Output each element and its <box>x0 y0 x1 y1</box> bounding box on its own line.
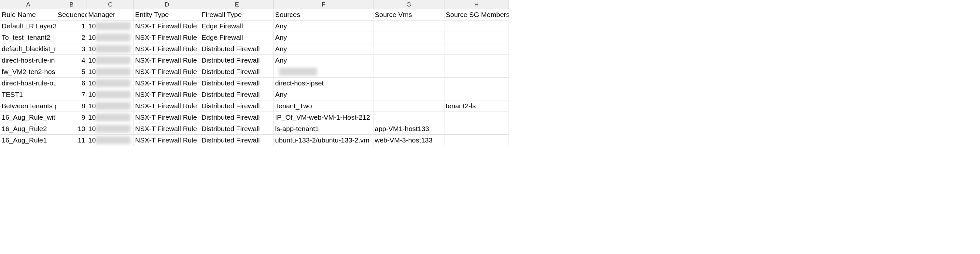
cell-manager[interactable]: 10xxxxxxxxx <box>87 101 134 112</box>
cell-firewall-type[interactable]: Distributed Firewall <box>200 43 274 55</box>
cell-manager[interactable]: 10xxxxxxxxx <box>87 21 134 32</box>
cell-firewall-type[interactable]: Distributed Firewall <box>200 66 274 78</box>
cell-sources[interactable]: ls-app-tenant1 <box>274 123 374 135</box>
cell-sources[interactable]: Any <box>274 21 374 32</box>
cell-source-sg-members[interactable] <box>444 55 509 66</box>
cell-source-sg-members[interactable] <box>444 32 509 43</box>
cell-sources[interactable]: direct-host-ipset <box>274 78 374 89</box>
cell-rule-name[interactable]: To_test_tenant2_ <box>0 32 56 43</box>
cell-entity-type[interactable]: NSX-T Firewall Rule <box>134 89 200 101</box>
cell-sequence[interactable]: 9 <box>56 112 87 123</box>
cell[interactable]: Rule Name <box>0 9 56 21</box>
cell-entity-type[interactable]: NSX-T Firewall Rule <box>134 101 200 112</box>
cell-rule-name[interactable]: direct-host-rule-ou <box>0 78 56 89</box>
col-header-C[interactable]: C <box>87 0 134 9</box>
cell-sources[interactable]: Any <box>274 43 374 55</box>
cell-firewall-type[interactable]: Edge Firewall <box>200 21 274 32</box>
cell-manager[interactable]: 10xxxxxxxxx <box>87 43 134 55</box>
cell-source-sg-members[interactable] <box>444 21 509 32</box>
cell-source-sg-members[interactable] <box>444 66 509 78</box>
cell-source-sg-members[interactable] <box>444 112 509 123</box>
spreadsheet-grid[interactable]: A B C D E F G H Rule Name Sequence Manag… <box>0 0 509 146</box>
cell-sequence[interactable]: 6 <box>56 78 87 89</box>
cell-entity-type[interactable]: NSX-T Firewall Rule <box>134 55 200 66</box>
cell-source-vms[interactable] <box>374 66 444 78</box>
col-header-G[interactable]: G <box>374 0 444 9</box>
cell-manager[interactable]: 10xxxxxxxxx <box>87 123 134 135</box>
cell-entity-type[interactable]: NSX-T Firewall Rule <box>134 43 200 55</box>
col-header-B[interactable]: B <box>56 0 87 9</box>
cell-source-vms[interactable]: app-VM1-host133 <box>374 123 444 135</box>
cell-manager[interactable]: 10xxxxxxxxx <box>87 135 134 146</box>
cell-sources[interactable]: Any <box>274 55 374 66</box>
cell-source-vms[interactable] <box>374 55 444 66</box>
cell-firewall-type[interactable]: Edge Firewall <box>200 32 274 43</box>
cell-source-sg-members[interactable] <box>444 89 509 101</box>
cell-rule-name[interactable]: 16_Aug_Rule1 <box>0 135 56 146</box>
cell-rule-name[interactable]: Default LR Layer3 <box>0 21 56 32</box>
cell-sources[interactable]: ubuntu-133-2/ubuntu-133-2.vm <box>274 135 374 146</box>
cell-sequence[interactable]: 10 <box>56 123 87 135</box>
cell-firewall-type[interactable]: Distributed Firewall <box>200 135 274 146</box>
cell-manager[interactable]: 10xxxxxxxxx <box>87 32 134 43</box>
cell-source-vms[interactable]: web-VM-3-host133 <box>374 135 444 146</box>
cell[interactable]: Firewall Type <box>200 9 274 21</box>
cell-entity-type[interactable]: NSX-T Firewall Rule <box>134 32 200 43</box>
cell-rule-name[interactable]: 16_Aug_Rule2 <box>0 123 56 135</box>
cell-source-vms[interactable] <box>374 43 444 55</box>
cell-firewall-type[interactable]: Distributed Firewall <box>200 123 274 135</box>
cell-sequence[interactable]: 8 <box>56 101 87 112</box>
cell-sequence[interactable]: 7 <box>56 89 87 101</box>
cell-source-sg-members[interactable] <box>444 43 509 55</box>
cell-manager[interactable]: 10xxxxxxxxx <box>87 89 134 101</box>
cell-sources[interactable]: Any <box>274 89 374 101</box>
cell-manager[interactable]: 10xxxxxxxxx <box>87 78 134 89</box>
cell-source-vms[interactable] <box>374 78 444 89</box>
col-header-F[interactable]: F <box>274 0 374 9</box>
cell-sequence[interactable]: 2 <box>56 32 87 43</box>
cell[interactable]: Source SG Members <box>444 9 509 21</box>
cell[interactable]: Entity Type <box>134 9 200 21</box>
cell-source-vms[interactable] <box>374 32 444 43</box>
cell-entity-type[interactable]: NSX-T Firewall Rule <box>134 78 200 89</box>
col-header-E[interactable]: E <box>200 0 274 9</box>
cell-manager[interactable]: 10xxxxxxxxx <box>87 66 134 78</box>
cell-rule-name[interactable]: fw_VM2-ten2-hos <box>0 66 56 78</box>
cell-source-sg-members[interactable]: tenant2-ls <box>444 101 509 112</box>
cell-source-sg-members[interactable] <box>444 135 509 146</box>
cell-rule-name[interactable]: default_blacklist_r <box>0 43 56 55</box>
cell[interactable]: Sources <box>274 9 374 21</box>
cell-manager[interactable]: 10xxxxxxxxx <box>87 112 134 123</box>
cell-entity-type[interactable]: NSX-T Firewall Rule <box>134 21 200 32</box>
cell-sources[interactable]: xxxxxxxxxx <box>274 66 374 78</box>
cell-sources[interactable]: Tenant_Two <box>274 101 374 112</box>
cell-sequence[interactable]: 4 <box>56 55 87 66</box>
cell-firewall-type[interactable]: Distributed Firewall <box>200 101 274 112</box>
cell-manager[interactable]: 10xxxxxxxxx <box>87 55 134 66</box>
cell-rule-name[interactable]: TEST1 <box>0 89 56 101</box>
cell[interactable]: Source Vms <box>374 9 444 21</box>
col-header-D[interactable]: D <box>134 0 200 9</box>
cell-source-vms[interactable] <box>374 112 444 123</box>
cell-sources[interactable]: Any <box>274 32 374 43</box>
cell-firewall-type[interactable]: Distributed Firewall <box>200 55 274 66</box>
cell-entity-type[interactable]: NSX-T Firewall Rule <box>134 112 200 123</box>
cell-firewall-type[interactable]: Distributed Firewall <box>200 89 274 101</box>
cell-source-vms[interactable] <box>374 101 444 112</box>
cell-entity-type[interactable]: NSX-T Firewall Rule <box>134 135 200 146</box>
cell-rule-name[interactable]: direct-host-rule-in <box>0 55 56 66</box>
cell[interactable]: Sequence <box>56 9 87 21</box>
cell-sequence[interactable]: 3 <box>56 43 87 55</box>
col-header-H[interactable]: H <box>444 0 509 9</box>
cell-entity-type[interactable]: NSX-T Firewall Rule <box>134 123 200 135</box>
cell-sequence[interactable]: 1 <box>56 21 87 32</box>
cell-rule-name[interactable]: 16_Aug_Rule_with <box>0 112 56 123</box>
cell-firewall-type[interactable]: Distributed Firewall <box>200 78 274 89</box>
cell-rule-name[interactable]: Between tenants p <box>0 101 56 112</box>
cell-firewall-type[interactable]: Distributed Firewall <box>200 112 274 123</box>
cell-source-sg-members[interactable] <box>444 78 509 89</box>
cell-sequence[interactable]: 11 <box>56 135 87 146</box>
cell-entity-type[interactable]: NSX-T Firewall Rule <box>134 66 200 78</box>
cell-sources[interactable]: IP_Of_VM-web-VM-1-Host-212 <box>274 112 374 123</box>
cell-source-sg-members[interactable] <box>444 123 509 135</box>
